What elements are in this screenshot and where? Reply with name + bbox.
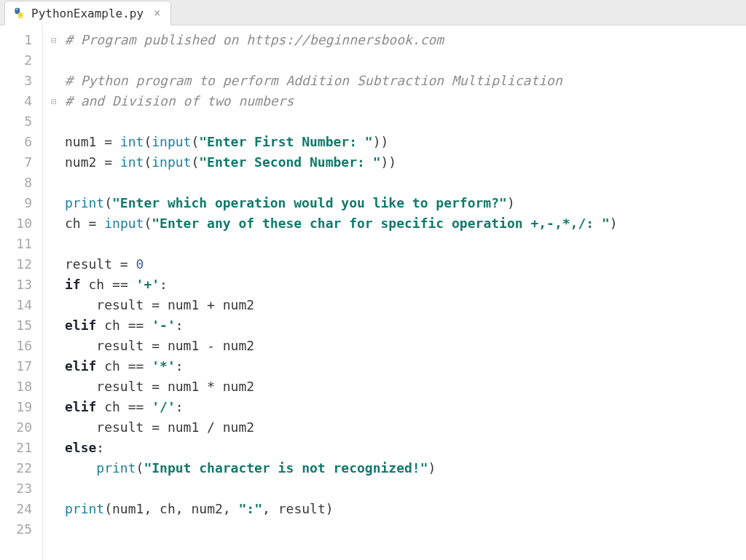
line-number: 13 (0, 275, 42, 295)
line-number: 4 (0, 91, 42, 111)
line-number: 21 (0, 438, 42, 458)
code-line[interactable]: elif ch == '*': (65, 356, 746, 376)
line-number: 19 (0, 397, 42, 417)
code-line[interactable]: result = num1 + num2 (65, 295, 746, 315)
code-line[interactable] (65, 50, 746, 71)
line-number: 24 (0, 499, 42, 519)
fold-marker-icon[interactable]: ⊟ (43, 30, 65, 50)
fold-marker-icon[interactable]: ⊟ (43, 91, 65, 111)
svg-rect-1 (18, 12, 23, 18)
code-line[interactable] (65, 111, 746, 132)
code-line[interactable]: else: (65, 438, 746, 458)
line-number-gutter: 1 2 3 4 5 6 7 8 9 10 11 12 13 14 15 16 1… (0, 25, 43, 560)
line-number: 7 (0, 152, 42, 173)
file-tab-label: PythonExample.py (31, 7, 144, 20)
code-line[interactable]: result = num1 * num2 (65, 376, 746, 397)
line-number: 8 (0, 173, 42, 193)
line-number: 11 (0, 234, 42, 254)
code-line[interactable]: print(num1, ch, num2, ":", result) (65, 499, 746, 519)
code-line[interactable]: num1 = int(input("Enter First Number: ")… (65, 132, 746, 152)
close-tab-icon[interactable]: × (154, 7, 160, 20)
tab-bar: PythonExample.py × (0, 0, 746, 25)
line-number: 14 (0, 295, 42, 315)
code-line[interactable]: num2 = int(input("Enter Second Number: "… (65, 152, 746, 173)
line-number: 12 (0, 254, 42, 275)
line-number: 17 (0, 356, 42, 376)
code-line[interactable]: elif ch == '/': (65, 397, 746, 417)
code-line[interactable]: ch = input("Enter any of these char for … (65, 213, 746, 234)
line-number: 25 (0, 519, 42, 540)
svg-point-3 (20, 16, 22, 17)
line-number: 6 (0, 132, 42, 152)
code-line[interactable]: result = num1 / num2 (65, 417, 746, 438)
code-line[interactable]: result = num1 - num2 (65, 336, 746, 356)
python-file-icon (12, 7, 25, 20)
code-line[interactable] (65, 519, 746, 540)
line-number: 20 (0, 417, 42, 438)
code-line[interactable]: if ch == '+': (65, 275, 746, 295)
code-line[interactable]: result = 0 (65, 254, 746, 275)
code-line[interactable]: elif ch == '-': (65, 315, 746, 336)
code-line[interactable] (65, 173, 746, 193)
file-tab[interactable]: PythonExample.py × (4, 1, 171, 25)
code-line[interactable]: print("Input character is not recognized… (65, 458, 746, 478)
code-line[interactable]: print("Enter which operation would you l… (65, 193, 746, 213)
line-number: 5 (0, 111, 42, 132)
line-number: 3 (0, 71, 42, 91)
code-line[interactable]: # Python program to perform Addition Sub… (65, 71, 746, 91)
line-number: 22 (0, 458, 42, 478)
code-area[interactable]: # Program published on https://beginners… (65, 25, 746, 560)
code-line[interactable]: # and Division of two numbers (65, 91, 746, 111)
line-number: 23 (0, 478, 42, 499)
line-number: 1 (0, 30, 42, 50)
line-number: 10 (0, 213, 42, 234)
line-number: 15 (0, 315, 42, 336)
code-editor[interactable]: 1 2 3 4 5 6 7 8 9 10 11 12 13 14 15 16 1… (0, 25, 746, 560)
line-number: 18 (0, 376, 42, 397)
line-number: 2 (0, 50, 42, 71)
code-line[interactable] (65, 234, 746, 254)
fold-column: ⊟ ⊟ (43, 25, 65, 560)
code-line[interactable] (65, 478, 746, 499)
code-line[interactable]: # Program published on https://beginners… (65, 30, 746, 50)
svg-point-2 (16, 9, 17, 10)
line-number: 16 (0, 336, 42, 356)
line-number: 9 (0, 193, 42, 213)
